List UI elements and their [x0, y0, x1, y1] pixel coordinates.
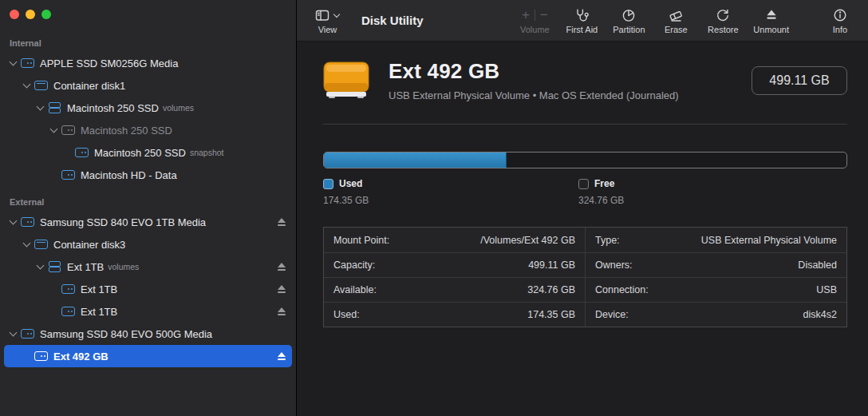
detail-table: Mount Point: /Volumes/Ext 492 GB Type: U…	[323, 227, 847, 327]
volume-icon	[61, 170, 75, 180]
detail-available: Available: 324.76 GB	[324, 278, 586, 302]
disk-icon	[21, 217, 34, 227]
disk-utility-window: Internal APPLE SSD SM0256G Media Contain…	[0, 0, 868, 416]
volume-icon	[75, 148, 89, 157]
info-icon	[832, 7, 848, 23]
volume-title: Ext 492 GB	[389, 59, 679, 84]
external-drive-icon	[323, 61, 369, 99]
remove-volume-icon: −	[540, 7, 548, 23]
volumes-icon	[48, 261, 61, 272]
chevron-down-icon[interactable]	[7, 327, 20, 340]
sidebar-item-macintosh-250-ssd-snapshot[interactable]: Macintosh 250 SSD snapshot	[4, 141, 292, 164]
unmount-eject-icon	[763, 7, 779, 23]
sidebar-item-samsung-500g-media[interactable]: Samsung SSD 840 EVO 500G Media	[4, 323, 292, 345]
sidebar-item-macintosh-250-ssd-volumes[interactable]: Macintosh 250 SSD volumes	[4, 97, 292, 119]
detail-owners: Owners: Disabled	[586, 253, 846, 277]
table-row: Available: 324.76 GB Connection: USB	[324, 277, 846, 302]
item-suffix: volumes	[108, 262, 139, 271]
container-icon	[34, 240, 48, 249]
toolbar-button-info[interactable]: Info	[823, 7, 857, 34]
close-button[interactable]	[10, 10, 19, 19]
eject-icon[interactable]	[276, 284, 287, 295]
main-panel: View Disk Utility + − Volume	[297, 0, 868, 416]
toolbar-button-partition[interactable]: Partition	[612, 7, 645, 34]
view-button[interactable]: View	[314, 7, 341, 34]
chevron-down-icon	[333, 11, 341, 19]
capacity-badge: 499.11 GB	[752, 66, 847, 95]
toolbar: View Disk Utility + − Volume	[297, 0, 868, 42]
item-suffix: snapshot	[190, 148, 224, 157]
sidebar-item-ext-492gb[interactable]: Ext 492 GB	[4, 345, 292, 367]
volume-segment: + −	[522, 7, 548, 23]
add-volume-icon: +	[522, 7, 530, 23]
toolbar-button-volume[interactable]: + − Volume	[518, 7, 551, 34]
usage-bar	[323, 152, 847, 168]
volumes-icon	[48, 102, 61, 113]
app-title: Disk Utility	[361, 14, 424, 27]
chevron-spacer	[48, 283, 61, 295]
chevron-down-icon[interactable]	[7, 216, 20, 228]
volume-subtitle: USB External Physical Volume • Mac OS Ex…	[389, 89, 679, 101]
toolbar-button-restore[interactable]: Restore	[706, 7, 740, 34]
chevron-spacer	[61, 146, 74, 159]
separator	[535, 10, 535, 21]
volume-detail-view: Ext 492 GB USB External Physical Volume …	[297, 42, 868, 327]
sidebar-item-ext-1tb-2[interactable]: Ext 1TB	[4, 300, 292, 323]
sidebar-item-ext-1tb-volumes[interactable]: Ext 1TB volumes	[4, 256, 292, 278]
eject-icon[interactable]	[276, 307, 287, 317]
chevron-down-icon[interactable]	[21, 79, 34, 92]
sidebar: Internal APPLE SSD SM0256G Media Contain…	[0, 0, 297, 416]
toolbar-button-erase[interactable]: Erase	[659, 7, 692, 34]
chevron-spacer	[48, 305, 61, 318]
toolbar-button-unmount[interactable]: Unmount	[753, 7, 789, 34]
partition-icon	[621, 7, 637, 23]
sidebar-section-external: External	[0, 197, 296, 207]
used-value: 174.35 GB	[323, 195, 578, 206]
chevron-spacer	[48, 168, 61, 181]
sidebar-item-container-disk3[interactable]: Container disk3	[4, 233, 292, 256]
table-row: Used: 174.35 GB Device: disk4s2	[324, 302, 846, 327]
restore-icon	[715, 7, 731, 23]
divider	[323, 124, 847, 125]
table-row: Capacity: 499.11 GB Owners: Disabled	[324, 252, 846, 277]
chevron-down-icon[interactable]	[7, 57, 20, 69]
chevron-down-icon[interactable]	[34, 101, 47, 114]
minimize-button[interactable]	[26, 10, 35, 19]
detail-mount-point: Mount Point: /Volumes/Ext 492 GB	[324, 228, 586, 252]
window-controls	[0, 0, 296, 19]
zoom-button[interactable]	[41, 10, 51, 19]
usage-legend: Used 174.35 GB Free 324.76 GB	[323, 178, 847, 206]
eject-icon[interactable]	[276, 217, 287, 228]
disk-icon	[21, 329, 34, 339]
first-aid-icon	[574, 7, 590, 23]
sidebar-item-samsung-1tb-media[interactable]: Samsung SSD 840 EVO 1TB Media	[4, 211, 292, 233]
eject-icon[interactable]	[276, 351, 287, 362]
table-row: Mount Point: /Volumes/Ext 492 GB Type: U…	[324, 228, 846, 252]
chevron-spacer	[21, 350, 34, 363]
free-swatch-icon	[578, 179, 589, 189]
legend-used: Used 174.35 GB	[323, 178, 578, 206]
item-suffix: volumes	[163, 103, 194, 113]
sidebar-view-icon	[314, 7, 330, 23]
volume-icon	[61, 125, 75, 135]
detail-type: Type: USB External Physical Volume	[586, 228, 846, 252]
eject-icon[interactable]	[276, 262, 287, 272]
chevron-down-icon[interactable]	[21, 238, 34, 251]
sidebar-item-container-disk1[interactable]: Container disk1	[4, 74, 292, 97]
chevron-down-icon[interactable]	[34, 260, 47, 273]
volume-icon	[61, 284, 75, 294]
detail-connection: Connection: USB	[586, 278, 846, 302]
free-value: 324.76 GB	[578, 195, 834, 206]
sidebar-item-apple-ssd-media[interactable]: APPLE SSD SM0256G Media	[4, 52, 292, 74]
sidebar-item-ext-1tb-1[interactable]: Ext 1TB	[4, 278, 292, 300]
legend-free: Free 324.76 GB	[578, 178, 834, 206]
chevron-down-icon[interactable]	[48, 124, 61, 137]
used-swatch-icon	[323, 179, 333, 189]
volume-icon	[61, 307, 75, 316]
sidebar-item-macintosh-250-ssd[interactable]: Macintosh 250 SSD	[4, 119, 292, 141]
toolbar-button-first-aid[interactable]: First Aid	[565, 7, 598, 34]
disk-icon	[21, 58, 34, 68]
erase-icon	[668, 7, 684, 23]
volume-header: Ext 492 GB USB External Physical Volume …	[323, 59, 847, 101]
sidebar-item-macintosh-hd-data[interactable]: Macintosh HD - Data	[4, 164, 292, 186]
